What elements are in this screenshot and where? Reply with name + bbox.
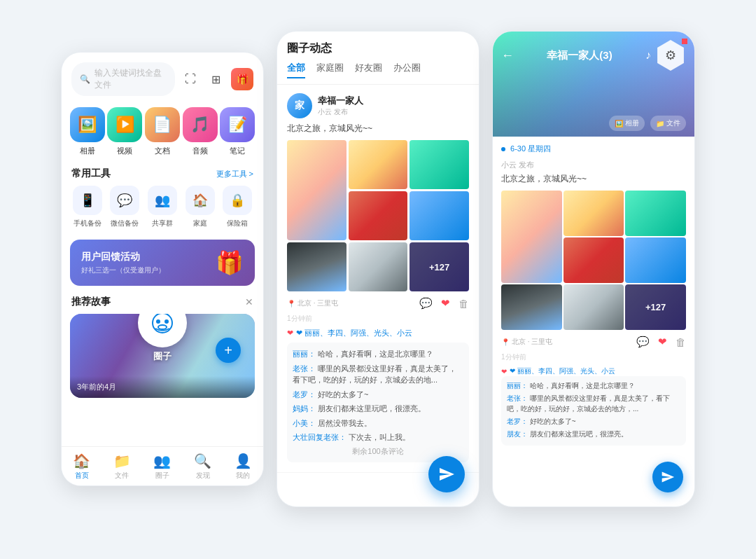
circle-svg [150, 314, 175, 336]
expand-icon[interactable]: ⛶ [181, 69, 200, 89]
comments-section: 丽丽： 哈哈，真好看啊，这是北京哪里？ 老张： 哪里的风景都没这里好看，真是太美… [287, 343, 469, 462]
screen3-header: ← 幸福一家人(3) ♪ ⚙ 🖼️ 相册 📁 文件 [493, 32, 694, 137]
s3-like-icon[interactable]: ❤ [658, 336, 667, 348]
comment-action-icon[interactable]: 💬 [419, 297, 433, 310]
date-text: 6-30 星期四 [510, 144, 551, 153]
send-float-button[interactable] [428, 456, 465, 492]
nav-item-circle[interactable]: 👥 圈子 [142, 453, 183, 481]
s3-send-float-button[interactable] [652, 462, 683, 492]
s3-post-time: 1分钟前 [501, 352, 686, 362]
tab-family[interactable]: 家庭圈 [316, 62, 344, 78]
photo-5[interactable] [410, 191, 469, 240]
s3-delete-icon[interactable]: 🗑 [676, 336, 686, 348]
s3-photo-2[interactable] [564, 191, 624, 236]
files-btn[interactable]: 📁 文件 [650, 116, 686, 131]
tab-office[interactable]: 办公圈 [393, 62, 421, 78]
profile-label: 我的 [236, 471, 250, 481]
files-label: 文件 [115, 471, 129, 481]
photo-8[interactable]: +127 [410, 242, 469, 291]
circle-icon [138, 314, 187, 347]
s3-photo-more-count: +127 [625, 284, 686, 330]
avatar-initials: 家 [287, 93, 312, 118]
banner-title: 用户回馈活动 [81, 251, 165, 263]
nav-item-files[interactable]: 📁 文件 [102, 453, 143, 481]
share-group-icon: 👥 [148, 186, 177, 215]
quick-item-photo[interactable]: 🖼️ 相册 [70, 107, 105, 156]
discover-label: 发现 [196, 471, 210, 481]
s3-photo-6[interactable] [501, 284, 562, 330]
stories-close-icon[interactable]: ✕ [245, 296, 253, 308]
commenter-2-name: 老罗： [293, 390, 316, 399]
back-icon[interactable]: ← [501, 48, 514, 63]
settings-hex-icon[interactable]: ⚙ [655, 40, 686, 71]
header-top-bar: ← 幸福一家人(3) ♪ ⚙ [501, 40, 686, 71]
s3-post-header: 小云 发布 [501, 160, 686, 170]
s3-comment-icon[interactable]: 💬 [636, 336, 650, 348]
family-label: 家庭 [193, 219, 207, 228]
nav-item-home[interactable]: 🏠 首页 [62, 453, 102, 481]
home-label: 首页 [75, 471, 89, 481]
comment-2-text: 好吃的太多了~ [318, 390, 368, 399]
home-icon: 🏠 [73, 453, 90, 469]
search-input[interactable]: 🔍 输入关键词找全盘文件 [71, 62, 175, 96]
quick-item-music[interactable]: 🎵 音频 [183, 107, 218, 156]
screen3-content: 6-30 星期四 小云 发布 北京之旅，京城风光~~ +127 [493, 137, 694, 506]
plus-button[interactable]: + [216, 338, 241, 363]
story-overlay: 3年前的4月 [70, 376, 255, 398]
comments-more[interactable]: 剩余100条评论 [293, 446, 463, 457]
discover-icon: 🔍 [194, 453, 211, 469]
s3-photo-3[interactable] [625, 191, 686, 236]
s3-comment-2: 老罗： 好吃的太多了~ [507, 416, 680, 427]
album-icon: 🖼️ [615, 120, 623, 127]
s3-photo-7[interactable] [564, 284, 624, 330]
tab-friends[interactable]: 好友圈 [355, 62, 382, 78]
photo-7[interactable] [349, 242, 408, 291]
photo-1[interactable] [287, 140, 346, 240]
s3-photo-5[interactable] [625, 237, 686, 283]
tool-family[interactable]: 🏠 家庭 [186, 186, 215, 228]
tools-header: 常用工具 更多工具 > [62, 165, 263, 186]
s3-photo-4[interactable] [564, 237, 624, 283]
nav-item-profile[interactable]: 👤 我的 [223, 453, 263, 481]
s3-photo-1[interactable] [501, 191, 562, 283]
comment-1-text: 哪里的风景都没这里好看，真是太美了，看下吧，吃的好，玩的好，京城必去的地... [293, 364, 456, 385]
scan-icon[interactable]: ⊞ [206, 69, 225, 89]
promo-banner[interactable]: 用户回馈活动 好礼三选一（仅受邀用户） 🎁 [70, 240, 255, 286]
music-icon: 🎵 [183, 107, 218, 142]
s3-post-author: 小云 发布 [501, 160, 534, 170]
tool-safe[interactable]: 🔒 保险箱 [223, 186, 252, 228]
file-label: 文件 [666, 118, 680, 128]
location-icon: 📍 [287, 300, 295, 308]
photo-3[interactable] [410, 140, 469, 189]
commenter-5-name: 大壮回复老张： [293, 433, 346, 441]
comment-3: 妈妈： 朋友们都来这里玩吧，很漂亮。 [293, 403, 463, 415]
photo-2[interactable] [349, 140, 408, 189]
nav-item-discover[interactable]: 🔍 发现 [183, 453, 223, 481]
tool-wechat-backup[interactable]: 💬 微信备份 [110, 186, 139, 228]
quick-item-note[interactable]: 📝 笔记 [220, 107, 255, 156]
album-btn[interactable]: 🖼️ 相册 [609, 116, 645, 131]
tool-share-group[interactable]: 👥 共享群 [148, 186, 177, 228]
search-bar: 🔍 输入关键词找全盘文件 ⛶ ⊞ 🎁 [62, 53, 263, 103]
tab-all[interactable]: 全部 [287, 62, 305, 78]
tools-title: 常用工具 [71, 167, 111, 180]
date-label: 6-30 星期四 [501, 144, 686, 154]
like-action-icon[interactable]: ❤ [441, 297, 450, 310]
album-label: 相册 [625, 118, 639, 128]
tool-phone-backup[interactable]: 📱 手机备份 [73, 186, 102, 228]
comment-0: 丽丽： 哈哈，真好看啊，这是北京哪里？ [293, 348, 463, 360]
s3-comment-1-text: 哪里的风景都没这里好看，真是太美了，看下吧，吃的好，玩的好，京城必去的地方，..… [507, 394, 670, 413]
s3-photo-8[interactable]: +127 [625, 284, 686, 330]
tools-more[interactable]: 更多工具 > [216, 169, 253, 179]
gift-icon[interactable]: 🎁 [231, 68, 253, 90]
s3-post-text: 北京之旅，京城风光~~ [501, 173, 686, 185]
post-author-name: 幸福一家人 [318, 95, 363, 107]
circle-overlay[interactable]: 圈子 [138, 314, 187, 363]
photo-4[interactable] [349, 191, 408, 240]
quick-item-video[interactable]: ▶️ 视频 [107, 107, 142, 156]
delete-action-icon[interactable]: 🗑 [458, 298, 469, 310]
photo-6[interactable] [287, 242, 346, 291]
quick-item-doc[interactable]: 📄 文档 [145, 107, 180, 156]
notification-dot [682, 39, 687, 44]
story-card[interactable]: 3年前的4月 圈子 + [70, 314, 255, 398]
